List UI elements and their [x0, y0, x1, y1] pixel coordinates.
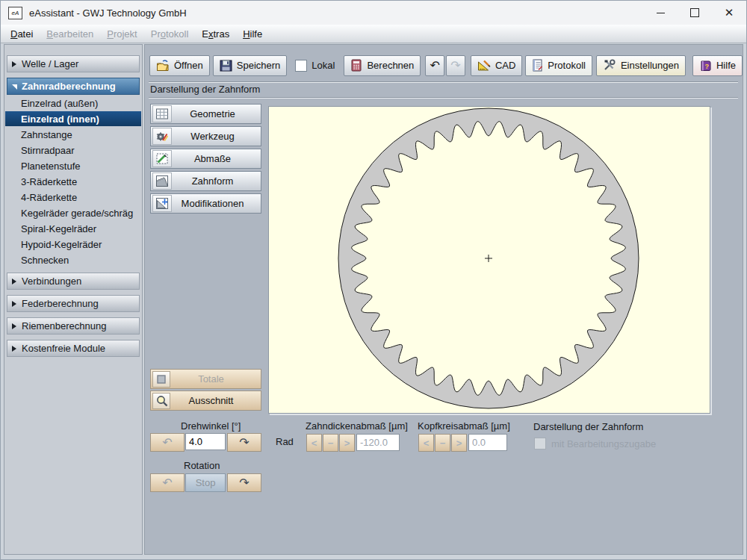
button-label: Totale	[170, 373, 261, 385]
button-label: Speichern	[237, 60, 281, 71]
window-controls: ✕	[643, 1, 746, 25]
minus-icon: −	[328, 438, 334, 449]
window-title: eAssistant - GWJ Technology GmbH	[29, 7, 187, 19]
kopfkreis-decrease-button[interactable]: <	[418, 434, 434, 452]
sidebar-item-4-räderkette[interactable]: 4-Räderkette	[5, 190, 141, 205]
button-label: Einstellungen	[621, 60, 679, 71]
cad-ruler-icon	[477, 59, 491, 72]
sidebar-item-einzelrad-außen[interactable]: Einzelrad (außen)	[5, 96, 141, 111]
undo-button[interactable]: ↶	[425, 55, 444, 76]
app-icon: eA	[8, 7, 22, 19]
checkbox-box	[295, 60, 307, 72]
menu-extras[interactable]: Extras	[195, 26, 236, 42]
minimize-button[interactable]	[643, 1, 678, 25]
close-icon: ✕	[725, 6, 734, 19]
zahndicken-reset-button[interactable]: −	[323, 434, 338, 452]
button-label: Berechnen	[367, 60, 414, 71]
cad-button[interactable]: CAD	[471, 55, 522, 76]
sidebar-item-stirnradpaar[interactable]: Stirnradpaar	[5, 143, 141, 158]
gear-drawing-area[interactable]	[268, 106, 710, 414]
kopfkreis-stepper: < − >	[418, 434, 468, 452]
bearbeitungszugabe-label: mit Bearbeitungszugabe	[551, 438, 656, 449]
menu-bar: DateiBearbeitenProjektProtokollExtrasHil…	[1, 25, 746, 43]
tools-icon	[603, 59, 616, 72]
rotate-ccw-icon: ↶	[162, 435, 172, 449]
chevron-right-icon: >	[456, 438, 462, 449]
lokal-label: Lokal	[311, 60, 335, 71]
sidebar-section-label: Verbindungen	[22, 276, 81, 287]
sidebar-item-spiral-kegelräder[interactable]: Spiral-Kegelräder	[5, 221, 141, 236]
sidebar-item-einzelrad-innen[interactable]: Einzelrad (innen)	[5, 111, 141, 126]
lokal-checkbox[interactable]: Lokal	[295, 60, 335, 72]
sidebar-section-zahnradberechnung[interactable]: Zahnradberechnung	[7, 78, 140, 95]
zahndicken-increase-button[interactable]: >	[339, 434, 355, 452]
chevron-right-icon: >	[344, 438, 350, 449]
sidebar-item-planetenstufe[interactable]: Planetenstufe	[5, 158, 141, 173]
modifikationen-button[interactable]: Modifikationen	[150, 193, 261, 214]
floppy-icon	[220, 60, 232, 72]
sidebar-section-verbindungen[interactable]: Verbindungen	[7, 273, 140, 290]
sidebar-section-label: Kostenfreie Module	[22, 343, 105, 354]
einstellungen-button[interactable]: Einstellungen	[596, 55, 686, 76]
geometrie-button[interactable]: Geometrie	[150, 104, 261, 124]
spacer	[4, 357, 142, 359]
rotate-ccw-button[interactable]: ↶	[150, 433, 185, 452]
zahndicken-stepper: < − >	[306, 434, 356, 452]
close-button[interactable]: ✕	[712, 1, 746, 25]
drehwinkel-label: Drehwinkel [°]	[181, 420, 241, 432]
menu-datei[interactable]: Datei	[4, 26, 40, 42]
abmaße-button[interactable]: Abmaße	[150, 149, 261, 169]
kopfkreis-reset-button[interactable]: −	[435, 434, 450, 452]
sidebar-section-kostenfreie-module[interactable]: Kostenfreie Module	[7, 340, 140, 357]
redo-button: ↷	[446, 55, 465, 76]
triangle-expanded-icon	[12, 84, 17, 90]
rotation-ccw-button[interactable]: ↶	[150, 473, 185, 492]
sidebar-section-label: Riemenberechnung	[22, 320, 106, 332]
menu-projekt: Projekt	[100, 26, 143, 42]
divider	[149, 81, 738, 83]
help-book-icon: ?	[699, 60, 712, 72]
sidebar-item-3-räderkette[interactable]: 3-Räderkette	[5, 174, 141, 189]
zahnform-button[interactable]: Zahnform	[150, 171, 261, 191]
sidebar-item-zahnstange[interactable]: Zahnstange	[5, 127, 141, 142]
section-title: Darstellung der Zahnform	[150, 84, 260, 95]
undo-arrow-icon: ↶	[430, 60, 440, 72]
rotate-cw-icon: ↷	[239, 476, 249, 490]
main-panel: ÖffnenSpeichernLokalBerechnen↶↷CADProtok…	[144, 44, 743, 555]
sidebar-item-schnecken[interactable]: Schnecken	[5, 252, 141, 267]
sidebar-item-hypoid-kegelräder[interactable]: Hypoid-Kegelräder	[5, 237, 141, 252]
sidebar-item-kegelräder-gerade-schräg[interactable]: Kegelräder gerade/schräg	[5, 205, 141, 220]
ausschnitt-button[interactable]: Ausschnitt	[150, 391, 261, 411]
square-icon	[152, 371, 170, 388]
internal-gear-graphic	[269, 107, 708, 411]
menu-hilfe[interactable]: Hilfe	[236, 26, 269, 42]
zahndicken-decrease-button[interactable]: <	[306, 434, 322, 452]
spacer	[4, 72, 142, 75]
grid-icon	[152, 105, 172, 122]
speichern-button[interactable]: Speichern	[213, 55, 288, 76]
sidebar-section-riemenberechnung[interactable]: Riemenberechnung	[7, 317, 140, 335]
zahndicken-label: Zahndickenabmaß [µm]	[306, 420, 408, 432]
totale-button: Totale	[150, 369, 261, 389]
rotate-cw-button[interactable]: ↷	[227, 433, 261, 452]
rotation-stop-button: Stop	[185, 473, 226, 492]
button-label: Protokoll	[548, 60, 586, 71]
kopfkreis-input	[468, 434, 507, 451]
open-folder-icon	[156, 60, 170, 72]
sidebar-section-welle-lager[interactable]: Welle / Lager	[7, 55, 140, 72]
protokoll-button[interactable]: Protokoll	[525, 55, 592, 76]
maximize-button[interactable]	[678, 1, 712, 25]
app-window: eA eAssistant - GWJ Technology GmbH ✕ Da…	[0, 0, 747, 560]
sidebar-section-federberechnung[interactable]: Federberechnung	[7, 295, 140, 312]
document-icon	[532, 59, 543, 72]
drehwinkel-input[interactable]	[185, 433, 226, 450]
öffnen-button[interactable]: Öffnen	[149, 55, 210, 76]
divider	[149, 97, 738, 99]
rotation-cw-button[interactable]: ↷	[227, 473, 261, 492]
title-bar: eA eAssistant - GWJ Technology GmbH ✕	[1, 1, 746, 25]
berechnen-button[interactable]: Berechnen	[344, 55, 421, 76]
kopfkreis-increase-button[interactable]: >	[451, 434, 467, 452]
hilfe-button[interactable]: ?Hilfe	[692, 55, 743, 76]
chevron-left-icon: <	[311, 438, 317, 449]
werkzeug-button[interactable]: Werkzeug	[150, 126, 261, 146]
